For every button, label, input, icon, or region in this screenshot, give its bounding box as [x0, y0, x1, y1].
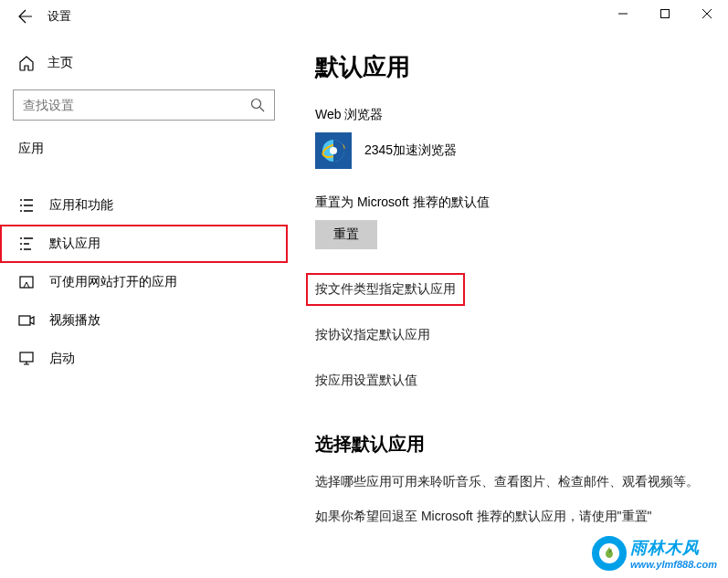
watermark-name: 雨林木风 — [630, 537, 717, 559]
browser-app-name: 2345加速浏览器 — [364, 142, 457, 159]
back-arrow-icon — [18, 9, 33, 24]
svg-point-7 — [330, 147, 337, 154]
search-input[interactable] — [23, 98, 250, 112]
section-label: 应用 — [0, 133, 288, 170]
window-title: 设置 — [47, 8, 71, 25]
browser-app-icon — [315, 132, 352, 169]
link-by-app[interactable]: 按应用设置默认值 — [315, 366, 417, 395]
web-browser-app[interactable]: 2345加速浏览器 — [315, 132, 701, 169]
reset-label: 重置为 Microsoft 推荐的默认值 — [315, 194, 701, 211]
svg-point-1 — [252, 100, 261, 109]
defaults-icon — [18, 236, 35, 252]
sidebar-item-label: 应用和功能 — [49, 197, 113, 214]
svg-rect-0 — [661, 10, 670, 18]
svg-rect-3 — [19, 316, 30, 325]
choose-text-2: 如果你希望回退至 Microsoft 推荐的默认应用，请使用"重置" — [315, 506, 701, 526]
minimize-icon — [618, 9, 628, 18]
link-by-file-type[interactable]: 按文件类型指定默认应用 — [308, 275, 463, 304]
home-label: 主页 — [47, 55, 73, 71]
search-icon — [250, 98, 265, 112]
page-title: 默认应用 — [315, 51, 701, 83]
close-button[interactable] — [686, 0, 728, 27]
reset-button[interactable]: 重置 — [315, 220, 377, 249]
main-content: 默认应用 Web 浏览器 2345加速浏览器 重置为 Microsoft 推荐的… — [288, 33, 728, 578]
choose-title: 选择默认应用 — [315, 432, 701, 457]
watermark: 雨林木风 www.ylmf888.com — [592, 536, 717, 571]
home-icon — [18, 55, 35, 71]
list-icon — [18, 197, 35, 214]
sidebar: 主页 应用 应用和功能 默认应用 — [0, 33, 288, 578]
sidebar-item-label: 启动 — [49, 351, 75, 367]
sidebar-item-label: 视频播放 — [49, 312, 100, 329]
close-icon — [702, 9, 712, 18]
back-button[interactable] — [7, 0, 44, 33]
sidebar-item-label: 可使用网站打开的应用 — [49, 274, 177, 290]
sidebar-item-video-playback[interactable]: 视频播放 — [0, 301, 288, 340]
video-icon — [18, 312, 35, 329]
maximize-button[interactable] — [644, 0, 686, 27]
sidebar-item-apps-features[interactable]: 应用和功能 — [0, 186, 288, 225]
minimize-button[interactable] — [602, 0, 644, 27]
sidebar-item-website-apps[interactable]: 可使用网站打开的应用 — [0, 263, 288, 301]
offline-maps-icon — [18, 274, 35, 290]
link-by-protocol[interactable]: 按协议指定默认应用 — [315, 321, 430, 350]
sidebar-item-default-apps[interactable]: 默认应用 — [0, 225, 288, 263]
svg-rect-4 — [20, 352, 33, 362]
startup-icon — [18, 351, 35, 367]
choose-text-1: 选择哪些应用可用来聆听音乐、查看图片、检查邮件、观看视频等。 — [315, 471, 701, 491]
web-browser-label: Web 浏览器 — [315, 107, 701, 123]
watermark-url: www.ylmf888.com — [630, 559, 717, 570]
watermark-logo-icon — [592, 536, 627, 571]
maximize-icon — [660, 9, 670, 18]
home-link[interactable]: 主页 — [0, 47, 288, 79]
sidebar-item-label: 默认应用 — [49, 236, 100, 252]
search-box[interactable] — [13, 89, 275, 121]
sidebar-item-startup[interactable]: 启动 — [0, 340, 288, 378]
